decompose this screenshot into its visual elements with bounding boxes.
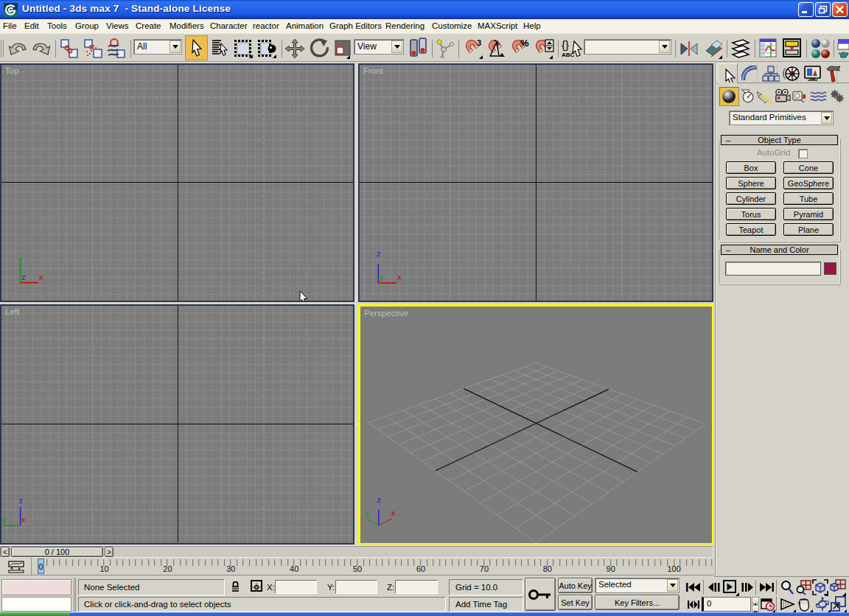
svg-text:Perspective: Perspective: [364, 309, 408, 318]
svg-text:x: x: [39, 273, 43, 281]
svg-text:y: y: [380, 273, 384, 281]
svg-text:y: y: [18, 255, 23, 264]
svg-text:z: z: [19, 496, 24, 505]
svg-text:y: y: [2, 515, 7, 524]
svg-text:%: %: [520, 38, 529, 49]
svg-text:z: z: [21, 273, 26, 281]
svg-text:z: z: [377, 249, 381, 258]
svg-text:{}: {}: [562, 38, 569, 51]
svg-text:x: x: [397, 273, 402, 281]
svg-text:z: z: [377, 495, 381, 504]
svg-text:3: 3: [477, 38, 481, 47]
svg-text:x: x: [391, 508, 396, 517]
svg-text:y: y: [366, 508, 370, 517]
svg-text:x: x: [21, 515, 26, 524]
